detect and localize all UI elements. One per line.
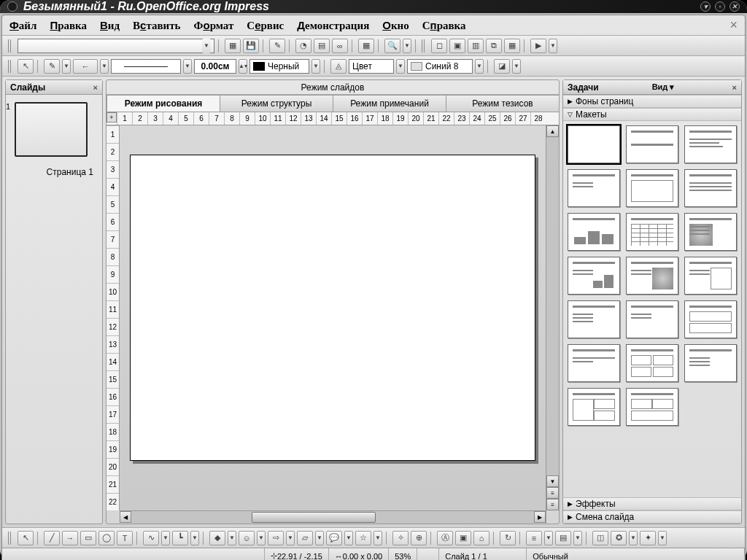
tasks-panel-close-icon[interactable]: × xyxy=(732,83,737,92)
status-zoom[interactable]: 53% xyxy=(389,548,417,560)
animation-icon[interactable]: ✦ xyxy=(640,531,656,545)
layout-12[interactable] xyxy=(568,300,620,338)
curve-drop[interactable]: ▼ xyxy=(161,531,170,545)
toolbar-grip[interactable] xyxy=(8,39,12,52)
line-color-drop[interactable]: ▼ xyxy=(311,59,320,74)
url-combo[interactable]: ▼ xyxy=(18,39,214,53)
basic-shapes-icon[interactable]: ◆ xyxy=(209,531,225,545)
toolbar-overflow-2[interactable]: ▼ xyxy=(512,59,521,74)
layout-18[interactable] xyxy=(568,388,620,426)
scrollbar-vertical[interactable]: ▲ ▼ ≡ ≡ xyxy=(546,125,559,510)
symbol-shapes-icon[interactable]: ☺ xyxy=(239,531,255,545)
table-icon[interactable]: ▤ xyxy=(314,39,330,53)
fill-type-drop[interactable]: ▼ xyxy=(396,59,405,74)
draw-overflow[interactable]: ▼ xyxy=(658,531,667,545)
grid-icon[interactable]: ▦ xyxy=(358,39,374,53)
shapes-drop[interactable]: ▼ xyxy=(228,531,236,545)
callout-drop[interactable]: ▼ xyxy=(344,531,353,545)
chart-pie-icon[interactable]: ◔ xyxy=(295,39,311,53)
glue-icon[interactable]: ⊕ xyxy=(411,531,427,545)
next-slide-icon[interactable]: ≡ xyxy=(546,499,559,510)
section-effects[interactable]: ▶Эффекты xyxy=(563,497,741,510)
window-menu-icon[interactable] xyxy=(7,1,18,12)
line-style-icon[interactable]: ✎ xyxy=(44,59,60,74)
toolbar-overflow[interactable]: ▼ xyxy=(549,39,557,53)
toolbar-grip-2[interactable] xyxy=(422,39,426,52)
extrusion-icon[interactable]: ◫ xyxy=(592,531,608,545)
select-tool-icon[interactable]: ↖ xyxy=(18,531,34,545)
align-icon[interactable]: ≡ xyxy=(526,531,542,545)
scroll-left-icon[interactable]: ◀ xyxy=(120,511,131,523)
toolbar-grip-3[interactable] xyxy=(8,60,12,73)
layout-title[interactable] xyxy=(626,125,678,163)
layout-15[interactable] xyxy=(568,344,620,382)
scrollbar-horizontal[interactable]: ◀ ▶ xyxy=(107,510,559,524)
menu-edit[interactable]: Правка xyxy=(50,19,87,32)
tab-handout[interactable]: Режим тезисов xyxy=(446,95,560,112)
layout-clipart[interactable] xyxy=(684,213,737,251)
prev-slide-icon[interactable]: ≡ xyxy=(546,487,559,499)
scroll-up-icon[interactable]: ▲ xyxy=(546,125,559,137)
layout-content-only[interactable] xyxy=(626,169,678,207)
line-arrow-drop[interactable]: ▼ xyxy=(62,59,71,74)
line-style-drop[interactable]: ▼ xyxy=(183,59,192,74)
line-width-spin[interactable]: ▲▾ xyxy=(239,59,247,74)
layout-13[interactable] xyxy=(626,300,678,338)
from-file-icon[interactable]: ▣ xyxy=(455,531,471,545)
layout-title-content[interactable] xyxy=(684,125,737,163)
link-icon[interactable]: ∞ xyxy=(332,39,348,53)
menu-help[interactable]: Справка xyxy=(422,19,466,32)
new-button[interactable]: ▦ xyxy=(225,39,241,53)
scroll-down-icon[interactable]: ▼ xyxy=(546,475,559,487)
slide-design-icon[interactable]: ▣ xyxy=(449,39,465,53)
layout-table[interactable] xyxy=(626,213,678,251)
slide-thumb-1[interactable]: 1 Страница 1 xyxy=(15,102,93,177)
stars-icon[interactable]: ☆ xyxy=(355,531,371,545)
layout-5[interactable] xyxy=(684,169,737,207)
bucket-icon[interactable]: ◬ xyxy=(330,59,347,74)
menu-slideshow[interactable]: Демонстрация xyxy=(297,19,369,32)
gallery-icon[interactable]: ⌂ xyxy=(473,531,489,545)
arrange-icon[interactable]: ▤ xyxy=(555,531,571,545)
rotate-icon[interactable]: ↻ xyxy=(500,531,516,545)
slideshow-icon[interactable]: ▶ xyxy=(530,39,546,53)
text-tool-icon[interactable]: T xyxy=(117,531,133,545)
layout-9[interactable] xyxy=(568,257,620,295)
points-icon[interactable]: ✧ xyxy=(392,531,409,545)
arrows-drop[interactable]: ▼ xyxy=(286,531,295,545)
line-color-combo[interactable]: Черный xyxy=(249,59,309,74)
layout-two-content[interactable] xyxy=(568,169,620,207)
tasks-view-button[interactable]: Вид ▾ xyxy=(652,82,675,92)
curve-tool-icon[interactable]: ∿ xyxy=(143,531,159,545)
layout-17[interactable] xyxy=(684,344,737,382)
maximize-icon[interactable]: ▫ xyxy=(715,1,725,12)
slide-canvas[interactable] xyxy=(130,155,535,461)
align-drop[interactable]: ▼ xyxy=(544,531,553,545)
zoom-icon[interactable]: 🔍 xyxy=(384,39,400,53)
flow-drop[interactable]: ▼ xyxy=(315,531,324,545)
tab-notes[interactable]: Режим примечаний xyxy=(333,95,446,112)
close-icon[interactable]: ✕ xyxy=(729,1,740,12)
insert-slide-icon[interactable]: ◻ xyxy=(431,39,447,53)
close-doc-icon[interactable]: × xyxy=(729,18,738,33)
inter-drop[interactable]: ▼ xyxy=(629,531,638,545)
fill-color-drop[interactable]: ▼ xyxy=(475,59,484,74)
callouts-icon[interactable]: 💬 xyxy=(326,531,342,545)
layout-19[interactable] xyxy=(626,388,678,426)
layout-16[interactable] xyxy=(626,344,678,382)
canvas-area[interactable] xyxy=(120,125,546,510)
toolbar-grip-4[interactable] xyxy=(8,532,12,545)
shadow-icon[interactable]: ◪ xyxy=(494,59,510,74)
scroll-right-icon[interactable]: ▶ xyxy=(534,511,546,523)
layout-10[interactable] xyxy=(626,257,678,295)
scroll-thumb[interactable] xyxy=(252,512,376,523)
save-button[interactable]: 💾 xyxy=(243,39,259,53)
line-style-combo[interactable]: ————— xyxy=(111,59,181,74)
flowchart-icon[interactable]: ▱ xyxy=(297,531,313,545)
menu-view[interactable]: Вид xyxy=(100,19,120,32)
rect-tool-icon[interactable]: ▭ xyxy=(80,531,96,545)
layout-11[interactable] xyxy=(684,257,737,295)
slides-panel-close-icon[interactable]: × xyxy=(93,83,98,92)
duplicate-slide-icon[interactable]: ⧉ xyxy=(486,39,502,53)
section-transition[interactable]: ▶Смена слайда xyxy=(563,510,741,524)
